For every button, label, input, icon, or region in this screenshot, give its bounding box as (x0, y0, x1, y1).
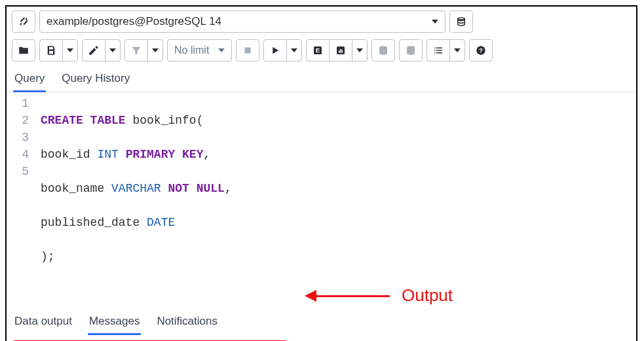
chevron-down-icon (356, 48, 363, 52)
help-button[interactable]: ? (469, 39, 493, 62)
chevron-down-icon (454, 48, 461, 52)
connection-select[interactable]: example/postgres@PostgreSQL 14 (39, 10, 445, 33)
edit-group (82, 39, 121, 62)
run-group (263, 39, 302, 62)
connection-label: example/postgres@PostgreSQL 14 (47, 15, 432, 28)
code-area[interactable]: CREATE TABLE book_info( book_id INT PRIM… (35, 92, 237, 302)
tab-notifications[interactable]: Notifications (155, 312, 219, 335)
annotation: Output (305, 285, 453, 306)
svg-text:E: E (316, 47, 320, 54)
chevron-down-icon (152, 48, 159, 52)
explain-dropdown[interactable] (352, 39, 368, 62)
save-button[interactable] (39, 39, 63, 62)
tab-query[interactable]: Query (13, 68, 46, 92)
list-button[interactable] (426, 39, 450, 62)
sql-editor[interactable]: 1 2 3 4 5 CREATE TABLE book_info( book_i… (7, 92, 636, 308)
run-button[interactable] (263, 39, 287, 62)
limit-select[interactable]: No limit (167, 39, 232, 62)
stop-button[interactable] (236, 39, 259, 62)
line-gutter: 1 2 3 4 5 (7, 92, 35, 302)
svg-rect-4 (339, 50, 340, 53)
tab-data-output[interactable]: Data output (13, 312, 73, 335)
filter-button[interactable] (124, 39, 148, 62)
run-dropdown[interactable] (286, 39, 302, 62)
svg-text:?: ? (479, 46, 483, 54)
editor-tabs: Query Query History (7, 67, 636, 92)
annotation-label: Output (402, 285, 453, 306)
chevron-down-icon (291, 48, 297, 52)
save-dropdown[interactable] (62, 39, 78, 62)
chevron-down-icon (218, 48, 225, 52)
chevron-down-icon (432, 20, 438, 24)
commit-button[interactable] (371, 39, 395, 62)
save-group (39, 39, 78, 62)
rollback-button[interactable] (399, 39, 423, 62)
svg-rect-6 (342, 50, 343, 53)
arrow-icon (305, 293, 390, 298)
list-dropdown[interactable] (449, 39, 465, 62)
macro-group (426, 39, 465, 62)
svg-rect-0 (245, 48, 251, 54)
output-tabs: Data output Messages Notifications (7, 308, 636, 335)
explain-analyze-button[interactable] (329, 39, 352, 62)
open-file-button[interactable] (12, 39, 35, 62)
app-frame: example/postgres@PostgreSQL 14 (5, 5, 637, 341)
explain-group: E (306, 39, 368, 62)
limit-label: No limit (174, 45, 209, 56)
filter-dropdown[interactable] (147, 39, 163, 62)
explain-button[interactable]: E (306, 39, 330, 62)
database-icon-button[interactable] (449, 10, 473, 33)
edit-button[interactable] (82, 39, 105, 62)
tab-messages[interactable]: Messages (88, 312, 141, 335)
toolbar: No limit E (7, 37, 636, 67)
chevron-down-icon (109, 48, 116, 52)
edit-dropdown[interactable] (105, 39, 121, 62)
chevron-down-icon (67, 48, 73, 52)
connection-status-icon[interactable] (12, 10, 35, 33)
svg-rect-5 (341, 49, 342, 53)
filter-group (124, 39, 163, 62)
connection-bar: example/postgres@PostgreSQL 14 (7, 7, 636, 37)
tab-query-history[interactable]: Query History (60, 68, 131, 92)
